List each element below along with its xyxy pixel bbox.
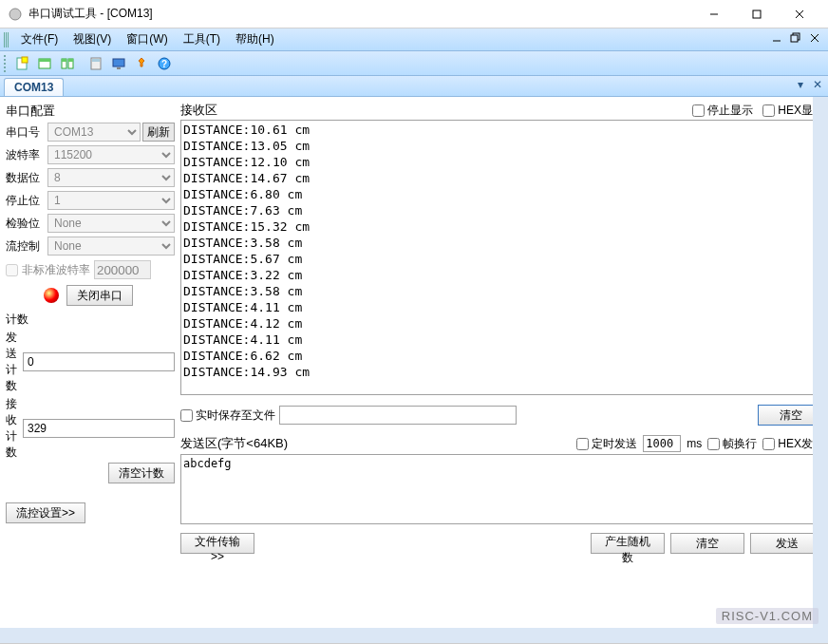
menu-help[interactable]: 帮助(H)	[228, 29, 282, 49]
send-count-label: 发送计数	[6, 330, 23, 394]
save-to-file-checkbox[interactable]	[180, 409, 193, 422]
mdi-minimize-icon[interactable]	[771, 32, 786, 47]
refresh-button[interactable]: 刷新	[142, 123, 175, 142]
svg-text:?: ?	[161, 59, 167, 69]
stopbits-select[interactable]: 1	[47, 191, 175, 210]
menu-view[interactable]: 视图(V)	[66, 29, 119, 49]
databits-label: 数据位	[6, 170, 47, 186]
config-title: 串口配置	[6, 103, 175, 120]
app-icon	[8, 7, 23, 22]
flow-settings-button[interactable]: 流控设置>>	[6, 502, 85, 523]
svg-rect-2	[753, 10, 761, 18]
save-to-file-label[interactable]: 实时保存至文件	[180, 407, 275, 424]
svg-rect-7	[791, 35, 798, 42]
flow-select[interactable]: None	[47, 237, 175, 256]
baud-label: 波特率	[6, 147, 47, 163]
titlebar: 串口调试工具 - [COM13]	[0, 0, 828, 28]
menu-tool[interactable]: 工具(T)	[176, 29, 228, 49]
toolbar-window1-icon[interactable]	[34, 53, 55, 74]
menu-window[interactable]: 窗口(W)	[119, 29, 175, 49]
mdi-vertical-scrollbar[interactable]	[813, 97, 828, 628]
toolbar-calc-icon[interactable]	[85, 53, 106, 74]
clear-send-button[interactable]: 清空	[670, 533, 744, 554]
maximize-button[interactable]	[735, 1, 778, 28]
svg-rect-16	[62, 59, 66, 62]
recv-title: 接收区	[180, 102, 217, 119]
toolbar-window2-icon[interactable]	[57, 53, 78, 74]
timed-send-label[interactable]: 定时发送	[576, 436, 637, 452]
connection-led-icon	[44, 288, 59, 303]
receive-textarea[interactable]: DISTANCE:10.61 cm DISTANCE:13.05 cm DIST…	[180, 120, 824, 395]
menubar-grip	[4, 32, 9, 47]
svg-rect-11	[22, 57, 28, 63]
wrap-checkbox[interactable]	[707, 438, 720, 450]
mdi-scroll-corner	[813, 628, 828, 643]
file-transfer-button[interactable]: 文件传输>>	[180, 533, 254, 554]
svg-point-0	[9, 9, 21, 20]
menu-file[interactable]: 文件(F)	[13, 29, 66, 49]
recv-count-label: 接收计数	[6, 396, 23, 461]
databits-select[interactable]: 8	[47, 168, 175, 187]
timed-send-checkbox[interactable]	[576, 438, 589, 450]
svg-rect-21	[117, 67, 121, 69]
toolbar-monitor-icon[interactable]	[108, 53, 129, 74]
menubar: 文件(F) 视图(V) 窗口(W) 工具(T) 帮助(H)	[0, 28, 828, 51]
stopbits-label: 停止位	[6, 193, 47, 209]
ms-label: ms	[687, 437, 702, 450]
flow-label: 流控制	[6, 238, 47, 255]
svg-rect-17	[68, 59, 73, 62]
baud-select[interactable]: 115200	[47, 145, 175, 164]
send-textarea[interactable]	[180, 454, 824, 524]
interval-input[interactable]	[643, 435, 681, 452]
save-path-input[interactable]	[279, 406, 517, 425]
parity-label: 检验位	[6, 216, 47, 232]
wrap-label[interactable]: 帧换行	[707, 436, 757, 452]
window-title: 串口调试工具 - [COM13]	[28, 6, 692, 22]
tab-close-icon[interactable]: ✕	[811, 78, 824, 91]
port-select[interactable]: COM13	[47, 123, 141, 142]
send-title: 发送区(字节<64KB)	[180, 435, 288, 452]
parity-select[interactable]: None	[47, 214, 175, 233]
nonstd-baud-input[interactable]	[94, 260, 151, 279]
mdi-close-icon[interactable]	[809, 32, 824, 47]
tab-com13[interactable]: COM13	[4, 78, 64, 96]
main-content: 串口配置 串口号 COM13 刷新 波特率 115200 数据位 8 停止位 1…	[0, 97, 828, 639]
toolbar-pin-icon[interactable]	[131, 53, 152, 74]
clear-count-button[interactable]: 清空计数	[108, 463, 175, 483]
nonstd-baud-label: 非标准波特率	[22, 262, 90, 278]
hex-display-checkbox[interactable]	[762, 104, 775, 117]
minimize-button[interactable]	[692, 1, 735, 28]
close-port-button[interactable]: 关闭串口	[66, 285, 133, 306]
stop-display-checkbox[interactable]	[692, 104, 705, 117]
nonstd-baud-checkbox[interactable]	[6, 264, 18, 276]
toolbar-new-icon[interactable]	[11, 53, 32, 74]
toolbar-help-icon[interactable]: ?	[154, 53, 175, 74]
send-count-input[interactable]	[23, 352, 175, 371]
recv-count-input[interactable]	[23, 419, 175, 438]
port-label: 串口号	[6, 124, 47, 141]
gen-random-button[interactable]: 产生随机数	[591, 533, 665, 554]
svg-rect-20	[113, 59, 124, 66]
count-title: 计数	[6, 312, 175, 328]
stop-display-checkbox-label[interactable]: 停止显示	[692, 103, 753, 119]
left-panel: 串口配置 串口号 COM13 刷新 波特率 115200 数据位 8 停止位 1…	[4, 101, 177, 635]
tab-dropdown-icon[interactable]: ▾	[794, 78, 807, 91]
mdi-horizontal-scrollbar[interactable]	[0, 628, 813, 643]
hex-send-checkbox[interactable]	[762, 438, 775, 450]
svg-rect-19	[92, 59, 100, 62]
close-button[interactable]	[778, 1, 820, 28]
mdi-restore-icon[interactable]	[790, 32, 805, 47]
toolbar: ?	[0, 51, 828, 76]
svg-rect-13	[39, 59, 50, 62]
right-panel: 接收区 停止显示 HEX显示 DISTANCE:10.61 cm DISTANC…	[180, 101, 824, 635]
tabstrip: COM13 ▾ ✕	[0, 76, 828, 97]
toolbar-grip	[4, 55, 8, 72]
